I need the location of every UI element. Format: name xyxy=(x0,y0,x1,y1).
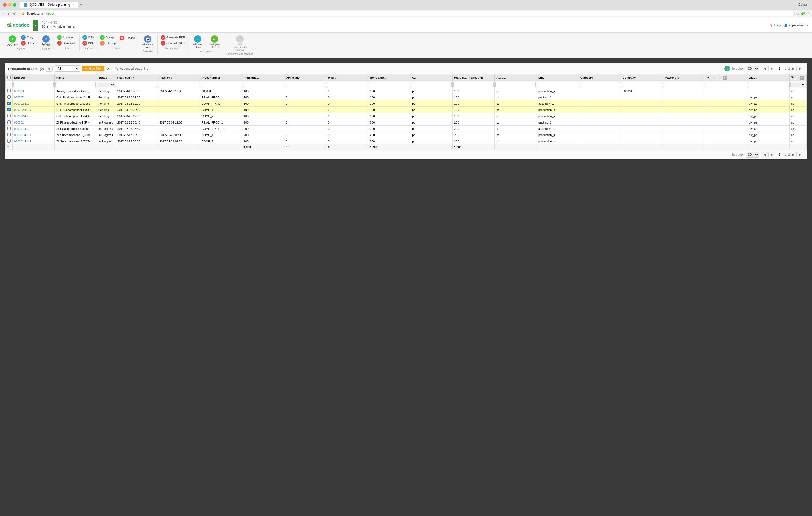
accept-button[interactable]: ✓ Accept xyxy=(99,35,117,40)
tab-close-btn[interactable]: × xyxy=(72,3,74,6)
copy-button[interactable]: ⧉ Copy xyxy=(20,35,36,40)
th-name[interactable]: Name xyxy=(54,74,96,81)
row-number[interactable]: 000001-1.1.2 xyxy=(12,138,55,144)
filter-a-u-input[interactable] xyxy=(495,82,536,87)
row-checkbox[interactable] xyxy=(7,95,11,98)
advanced-search-btn[interactable]: 🔍 Advanced searching xyxy=(112,66,151,71)
th-u[interactable]: U... xyxy=(410,74,453,81)
row-checkbox[interactable] xyxy=(7,139,11,143)
row-number[interactable]: 000002-1.1.1 xyxy=(12,107,55,113)
add-subcontractor-button[interactable]: + Add subcontractor services xyxy=(231,35,249,52)
filter-master-ord-input[interactable] xyxy=(664,82,704,87)
first-page-btn[interactable]: |◀ xyxy=(761,66,768,71)
th-plan-qua[interactable]: Plan. qua... xyxy=(242,74,284,81)
select-all-checkbox[interactable] xyxy=(7,76,11,79)
clear-filter-btn[interactable]: ✕ xyxy=(107,66,110,71)
filter-subc-select[interactable] xyxy=(790,82,806,87)
wpd-dropdown-icon[interactable]: ▼ xyxy=(723,76,727,80)
row-number[interactable]: 000002-1.1.2 xyxy=(12,113,55,119)
filter-rem-amo-input[interactable] xyxy=(369,82,409,87)
nav-forward-btn[interactable]: › xyxy=(7,11,10,16)
row-number[interactable]: 000001 xyxy=(12,119,55,125)
minimize-window-btn[interactable] xyxy=(8,3,11,6)
row-number[interactable]: 000002-1.1 xyxy=(12,101,55,107)
add-new-button[interactable]: + Add new xyxy=(6,35,19,47)
filter-name-input[interactable] xyxy=(55,82,96,87)
panel-refresh-btn[interactable]: ↺ xyxy=(46,66,53,72)
close-window-btn[interactable] xyxy=(3,3,6,6)
nav-back-btn[interactable]: ‹ xyxy=(2,11,5,16)
generate-xls-button[interactable]: ≡ Generate XLS xyxy=(160,40,186,46)
th-plan-qty-add[interactable]: Plan. qty. in add. unit xyxy=(453,74,495,81)
interrupt-button[interactable]: ⏸ Interrupt xyxy=(99,40,117,46)
filter-prod-number-input[interactable] xyxy=(201,82,241,87)
last-page-btn[interactable]: ▶| xyxy=(797,66,804,71)
row-number[interactable]: 000001-1.1.1 xyxy=(12,132,55,138)
row-number[interactable]: 000003 xyxy=(12,88,55,94)
menu-btn[interactable]: ⋮ xyxy=(806,11,810,16)
filter-plan-start-input[interactable] xyxy=(117,82,157,87)
help-btn[interactable]: ❓ Help xyxy=(770,24,781,27)
address-bar[interactable]: 🔒 Bezpieczna https:// xyxy=(19,11,795,17)
prev-page-btn[interactable]: ◀ xyxy=(768,66,774,71)
filter-divi-input[interactable] xyxy=(748,82,788,87)
delete-button[interactable]: ✕ Delete xyxy=(20,40,36,46)
row-number[interactable]: 000001-1.1 xyxy=(12,125,55,132)
row-checkbox[interactable] xyxy=(7,133,11,136)
panel-help-btn[interactable]: ? xyxy=(724,66,730,71)
next-page-btn-bottom[interactable]: ▶ xyxy=(790,152,796,157)
maximize-window-btn[interactable] xyxy=(13,3,17,6)
bookmark-btn[interactable]: ☆ xyxy=(796,11,800,16)
subc-dropdown-icon[interactable]: ▼ xyxy=(800,76,804,80)
hide-filter-btn[interactable]: ▼ Hide filter xyxy=(82,66,105,71)
row-checkbox[interactable] xyxy=(7,120,11,124)
decline-button[interactable]: ✕ Decline xyxy=(119,35,136,40)
row-checkbox[interactable] xyxy=(7,89,11,92)
th-category[interactable]: Category xyxy=(579,74,621,81)
filter-qty-made-input[interactable] xyxy=(285,82,325,87)
row-checkbox[interactable] xyxy=(7,114,11,117)
th-plan-start[interactable]: Plan. start ▼ xyxy=(116,74,158,81)
th-plan-end[interactable]: Plan. end xyxy=(158,74,200,81)
page-size-select-bottom[interactable]: 30 50 100 xyxy=(746,152,759,157)
first-page-btn-bottom[interactable]: |◀ xyxy=(761,152,768,157)
deactivate-button[interactable]: ✕ Deactivate xyxy=(56,40,77,46)
filter-select[interactable]: All Pending In Progress Done xyxy=(55,65,80,72)
refresh-button[interactable]: ↺ Refresh xyxy=(40,35,52,47)
filter-status-select[interactable] xyxy=(97,82,115,87)
th-line[interactable]: Line xyxy=(537,74,579,81)
row-checkbox[interactable] xyxy=(7,102,11,105)
page-size-select[interactable]: 30 50 100 xyxy=(746,66,759,71)
th-divi[interactable]: Divi... xyxy=(747,74,789,81)
browser-tab[interactable]: QCD MES – Orders planning × xyxy=(20,2,78,7)
th-master-ord[interactable]: Master ord. xyxy=(663,74,705,81)
filter-plan-qty-add-input[interactable] xyxy=(453,82,494,87)
filter-plan-end-input[interactable] xyxy=(159,82,199,87)
page-input-bottom[interactable] xyxy=(775,152,784,157)
th-rem-amo[interactable]: Rem. amo... xyxy=(368,74,410,81)
filter-company-input[interactable] xyxy=(622,82,662,87)
pdf-button[interactable]: ⬡ PDF xyxy=(82,40,95,46)
row-checkbox[interactable] xyxy=(7,127,11,130)
th-number[interactable]: Number xyxy=(12,74,55,81)
filter-number-input[interactable] xyxy=(13,82,54,87)
th-qty-made[interactable]: Qty. made xyxy=(284,74,326,81)
logo-dropdown-btn[interactable]: ▾ xyxy=(33,20,38,31)
activate-button[interactable]: ✓ Activate xyxy=(56,35,77,40)
filter-category-input[interactable] xyxy=(580,82,620,87)
new-tab-btn[interactable]: + xyxy=(78,2,84,7)
page-input-top[interactable] xyxy=(775,66,784,71)
next-page-btn[interactable]: ▶ xyxy=(790,66,796,71)
work-plan-delivered-button[interactable]: ✓ Work plan delivered xyxy=(207,35,222,49)
th-prod-number[interactable]: Prod. number xyxy=(200,74,242,81)
th-subc[interactable]: Subc. ▼ xyxy=(789,74,806,81)
schedule-button[interactable]: 📅 Schedule of order xyxy=(140,35,155,49)
th-a-u[interactable]: A... u... xyxy=(495,74,537,81)
filter-line-input[interactable] xyxy=(538,82,578,87)
th-status[interactable]: Status xyxy=(96,74,116,81)
th-w-p-d[interactable]: W... p... d... ▼ xyxy=(705,74,747,81)
row-number[interactable]: 000002 xyxy=(12,94,55,101)
row-checkbox[interactable] xyxy=(7,108,11,111)
last-page-btn-bottom[interactable]: ▶| xyxy=(797,152,804,157)
add-work-plans-button[interactable]: + Add work plans xyxy=(190,35,205,49)
